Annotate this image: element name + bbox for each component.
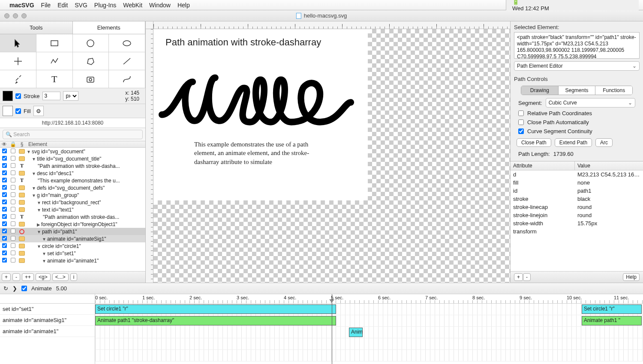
rewind-button[interactable]: ↻ (3, 285, 8, 292)
tree-row[interactable]: ▼animate id="animateSig1" (0, 235, 145, 242)
segment-segments[interactable]: Segments (558, 86, 595, 95)
close-window-button[interactable] (4, 13, 9, 18)
stroke-color-swatch[interactable] (3, 91, 13, 101)
server-url[interactable]: http://192.168.10.143:8080 (0, 118, 145, 128)
svg-document[interactable]: Path animation with stroke-dasharray Thi… (153, 29, 368, 200)
tree-row[interactable]: ▼animate id="animate1" (0, 257, 145, 264)
timeline-bar[interactable]: Animate path1 "stroke-dasharray" (95, 316, 336, 325)
stroke-width-input[interactable] (42, 92, 60, 100)
tree-row[interactable]: ▼defs id="svg_document_defs" (0, 184, 145, 191)
remove-attr-button[interactable]: - (523, 273, 531, 281)
editor-select[interactable]: Path Element Editor (514, 61, 640, 71)
close-auto-checkbox[interactable] (518, 119, 524, 125)
timeline-grid[interactable]: 0 sec.1 sec.2 sec.3 sec.4 sec.5 sec.6 se… (95, 294, 643, 364)
arc-button[interactable]: Arc (595, 138, 613, 147)
tree-row[interactable]: ▼set id="set1" (0, 250, 145, 257)
circle-tool[interactable] (73, 34, 109, 52)
eye-icon[interactable]: 👁 (0, 141, 9, 147)
fill-checkbox[interactable] (15, 108, 21, 114)
settings-button[interactable]: ⚙ (33, 106, 44, 116)
remove-button[interactable]: - (12, 273, 20, 281)
tree-row[interactable]: ▼text id="text1" (0, 206, 145, 213)
play-button[interactable]: ❯ (12, 285, 17, 292)
segment-type-select[interactable]: Cubic Curve (546, 98, 635, 107)
line-tool[interactable] (109, 52, 145, 70)
tree-row[interactable]: ▼circle id="circle1" (0, 242, 145, 250)
attr-row[interactable]: stroke-linejoinround (511, 211, 643, 219)
path-tool[interactable] (109, 70, 145, 88)
timeline-bar[interactable]: Set circle1 "r" (95, 304, 336, 314)
tree-row[interactable]: ▼rect id="background_rect" (0, 199, 145, 206)
playhead[interactable] (332, 294, 332, 364)
element-code[interactable]: <path stroke="black" transform="" id="pa… (514, 32, 640, 59)
text-tool[interactable]: T (36, 70, 73, 88)
tree-row[interactable]: ▼g id="main_group" (0, 191, 145, 199)
menu-window[interactable]: Window (149, 2, 171, 9)
search-input[interactable]: 🔍 Search (3, 130, 143, 139)
curve-continuity-checkbox[interactable] (518, 128, 524, 134)
minimize-window-button[interactable] (13, 13, 18, 18)
track-name[interactable]: animate id="animate1" (0, 326, 95, 337)
extend-path-button[interactable]: Extend Path (555, 138, 592, 147)
add-button[interactable]: + (2, 273, 11, 281)
attr-row[interactable]: transform (511, 227, 643, 236)
app-name[interactable]: macSVG (9, 2, 34, 9)
timeline-bar[interactable]: Animate path1 " (582, 316, 642, 325)
element-tree[interactable]: ▼svg id="svg_document"▼title id="svg_doc… (0, 148, 145, 271)
menu-webkit[interactable]: WebKit (123, 2, 142, 9)
polygon-tool[interactable] (73, 52, 109, 70)
close-path-button[interactable]: Close Path (517, 138, 551, 147)
tab-elements[interactable]: Elements (73, 21, 146, 34)
polyline-tool[interactable] (36, 52, 73, 70)
segment-functions[interactable]: Functions (595, 86, 632, 95)
tree-row[interactable]: ▼path id="path1" (0, 228, 145, 235)
menu-file[interactable]: File (41, 2, 51, 9)
tree-row[interactable]: ▶foreignObject id="foreignObject1" (0, 221, 145, 228)
tree-row[interactable]: ▼desc id="desc1" (0, 170, 145, 177)
arrow-tool[interactable] (0, 34, 36, 52)
timeline-bar[interactable]: Animate circle1 "r" (349, 328, 363, 337)
tab-tools[interactable]: Tools (0, 21, 73, 34)
rect-tool[interactable] (36, 34, 73, 52)
tree-row[interactable]: T"Path animation with stroke-dasha... (0, 162, 145, 170)
attr-row[interactable]: fillnone (511, 179, 643, 187)
stroke-checkbox[interactable] (15, 93, 21, 99)
battery-icon[interactable]: 🔋 (512, 0, 639, 5)
tree-header: 👁 🔒 § Element (0, 141, 145, 148)
add-attr-button[interactable]: + (514, 273, 523, 281)
segment-drawing[interactable]: Drawing (521, 86, 558, 95)
stroke-unit-select[interactable]: px (63, 91, 78, 101)
plugin-tool[interactable] (0, 70, 36, 88)
relative-coords-checkbox[interactable] (518, 110, 524, 116)
attr-row[interactable]: idpath1 (511, 187, 643, 195)
info-button[interactable]: i (70, 273, 78, 281)
zoom-window-button[interactable] (21, 13, 27, 18)
track-name[interactable]: animate id="animateSig1" (0, 315, 95, 326)
lock-icon[interactable]: 🔒 (9, 141, 17, 147)
menu-edit[interactable]: Edit (57, 2, 68, 9)
attr-row[interactable]: dM23,213 C54.5,213 165.8... (511, 170, 643, 179)
crosshair-tool[interactable] (0, 52, 36, 70)
section-icon[interactable]: § (17, 141, 27, 147)
timeline-bar[interactable]: Set circle1 "r" (582, 304, 642, 314)
group-button[interactable]: <g> (36, 273, 51, 281)
menu-plugins[interactable]: Plug-Ins (94, 2, 116, 9)
ellipse-tool[interactable] (109, 34, 145, 52)
tree-row[interactable]: T"This example demonstrates the u... (0, 177, 145, 184)
tree-row[interactable]: ▼title id="svg_document_title" (0, 155, 145, 162)
tree-row[interactable]: ▼svg id="svg_document" (0, 148, 145, 155)
track-name[interactable]: set id="set1" (0, 304, 95, 315)
fill-color-swatch[interactable] (3, 106, 13, 116)
attr-row[interactable]: stroke-linecapround (511, 203, 643, 211)
menu-svg[interactable]: SVG (75, 2, 87, 9)
help-button[interactable]: Help (623, 273, 640, 281)
wrap-button[interactable]: <...> (52, 273, 69, 281)
animate-checkbox[interactable] (21, 286, 27, 291)
attr-row[interactable]: stroke-width15.75px (511, 219, 643, 227)
image-tool[interactable] (73, 70, 109, 88)
tree-row[interactable]: T"Path animation with stroke-das... (0, 213, 145, 221)
attr-row[interactable]: strokeblack (511, 195, 643, 203)
artboard[interactable]: Path animation with stroke-dasharray Thi… (153, 29, 510, 283)
duplicate-button[interactable]: ++ (22, 273, 34, 281)
menu-help[interactable]: Help (177, 2, 190, 9)
